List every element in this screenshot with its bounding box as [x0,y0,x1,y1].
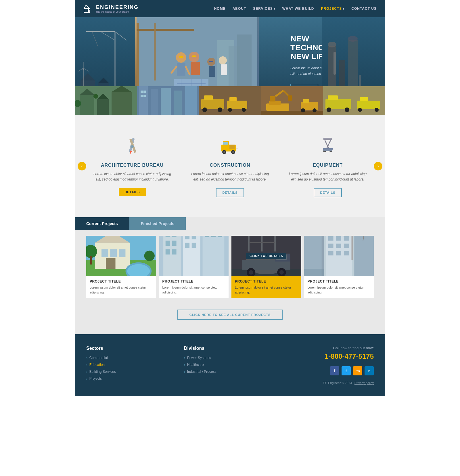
divisions-title: Divisions [184,346,276,351]
nav-what-we-build[interactable]: WHAT WE BUILD [282,7,314,11]
nav-about[interactable]: ABOUT [233,7,246,11]
social-facebook-button[interactable]: f [330,366,339,375]
sector-education-link[interactable]: Education [89,363,105,367]
svg-rect-146 [202,236,224,276]
social-linkedin-button[interactable]: in [365,366,374,375]
svg-point-86 [242,108,246,112]
project-overlay-3[interactable]: CLICK FOR DETAILS [231,236,301,276]
svg-rect-185 [336,244,341,248]
svg-rect-183 [344,236,349,241]
hero-strip [75,86,385,115]
nav-services[interactable]: SERVICES [253,7,275,11]
strip-houses [75,86,137,115]
svg-point-111 [131,145,134,148]
svg-rect-84 [229,97,237,101]
project-info-1: PROJECT TITELE Lorem ipsum dolor sit ame… [86,276,156,298]
svg-rect-35 [192,55,196,57]
project-desc-2: Lorem ipsum dolor sit amet conse ctetur … [162,285,225,295]
svg-line-15 [92,32,98,46]
projects-tabs: Current Projects Finished Projects [75,217,385,230]
footer-divisions: Divisions Power Systems Healthcare Indus… [184,346,276,385]
architecture-icon [121,135,144,158]
svg-rect-159 [218,236,222,237]
project-image-1 [86,236,156,276]
svg-point-67 [93,94,98,99]
svg-rect-142 [90,256,92,264]
twitter-icon: t [346,368,347,373]
services-section: ‹ ARCHITECTURE BUREAU Lorem ipsum dolor … [75,115,385,217]
construction-desc: Lorem ipsum dolor sit amet conse ctetur … [190,171,270,182]
svg-rect-177 [326,236,352,276]
sector-education[interactable]: Education [86,362,178,367]
sectors-title: Sectors [86,346,178,351]
svg-rect-149 [165,241,170,246]
svg-rect-71 [161,88,171,115]
tab-finished-projects[interactable]: Finished Projects [129,217,186,230]
project-title-3: PROJECT TITELE [235,279,298,283]
construction-title: CONSTRUCTION [190,163,270,168]
equipment-desc: Lorem ipsum dolor sit amet conse ctetur … [288,171,368,182]
svg-rect-195 [304,269,324,276]
logo[interactable]: ENGINEERING find the house of your dream [83,3,139,14]
construction-details-button[interactable]: DETAILS [216,188,244,197]
divisions-list: Power Systems Healthcare Industrial / Pr… [184,356,276,374]
svg-rect-77 [143,95,146,97]
tab-current-projects[interactable]: Current Projects [75,217,129,230]
svg-point-102 [327,108,331,112]
svg-rect-31 [177,63,185,76]
sector-projects[interactable]: Projects [86,376,178,381]
equipment-details-button[interactable]: DETAILS [314,188,342,197]
svg-rect-93 [288,95,292,101]
svg-point-52 [348,36,358,42]
project-card-1: PROJECT TITELE Lorem ipsum dolor sit ame… [86,236,156,298]
carousel-prev-button[interactable]: ‹ [78,162,86,170]
svg-line-14 [101,32,115,40]
social-rss-button[interactable]: rss [353,366,362,375]
service-architecture: ARCHITECTURE BUREAU Lorem ipsum dolor si… [86,129,178,203]
project-title-2: PROJECT TITELE [162,279,225,283]
footer-grid: Sectors Commercial Education Building Se… [86,346,374,385]
svg-point-117 [223,151,225,153]
see-all-button[interactable]: CLICK HERE TO SEE ALL CURENT PROJECTS [177,310,283,320]
svg-rect-101 [328,95,338,100]
nav-projects[interactable]: PROJECTS [321,7,345,11]
svg-rect-75 [143,91,146,93]
footer-phone[interactable]: 1-800-477-5175 [282,352,374,360]
nav-home[interactable]: HOME [214,7,226,11]
service-equipment: EQUIPMENT Lorem ipsum dolor sit amet con… [282,129,374,203]
sector-building-services[interactable]: Building Services [86,369,178,374]
footer-sectors: Sectors Commercial Education Building Se… [86,346,178,385]
architecture-title: ARCHITECTURE BUREAU [92,163,172,168]
social-twitter-button[interactable]: t [342,366,351,375]
truck-svg [220,137,240,157]
svg-rect-80 [204,95,213,100]
svg-rect-47 [221,64,227,75]
equipment-icon [316,135,339,158]
see-all-wrap: CLICK HERE TO SEE ALL CURENT PROJECTS [75,304,385,320]
division-industrial[interactable]: Industrial / Process [184,369,276,374]
svg-rect-157 [205,236,209,237]
svg-rect-30 [179,56,183,58]
sector-commercial[interactable]: Commercial [86,356,178,360]
svg-rect-74 [141,91,143,93]
project-image-4 [304,236,374,276]
division-power-label: Power Systems [187,356,211,360]
lift-svg [318,137,338,157]
svg-rect-184 [328,244,333,248]
carousel-next-button[interactable]: › [374,162,382,170]
privacy-link[interactable]: Privacy policy [354,381,374,385]
footer-contact: Call now to find out how: 1-800-477-5175… [282,346,374,385]
services-grid: ARCHITECTURE BUREAU Lorem ipsum dolor si… [86,129,374,203]
svg-rect-152 [172,249,176,255]
sectors-list: Commercial Education Building Services P… [86,356,178,381]
project-desc-1: Lorem ipsum dolor sit amet conse ctetur … [90,285,153,295]
logo-subtitle: find the house of your dream [96,10,139,13]
division-power-systems[interactable]: Power Systems [184,356,276,360]
svg-rect-45 [209,66,215,77]
project-card-3[interactable]: CLICK FOR DETAILS PROJECT TITELE Lorem i… [231,236,301,298]
division-healthcare[interactable]: Healthcare [184,362,276,367]
construction-icon [218,135,241,158]
architecture-details-button[interactable]: DETAILS [119,188,145,196]
nav-contact[interactable]: CONTACT US [351,7,377,11]
svg-line-19 [78,68,83,71]
